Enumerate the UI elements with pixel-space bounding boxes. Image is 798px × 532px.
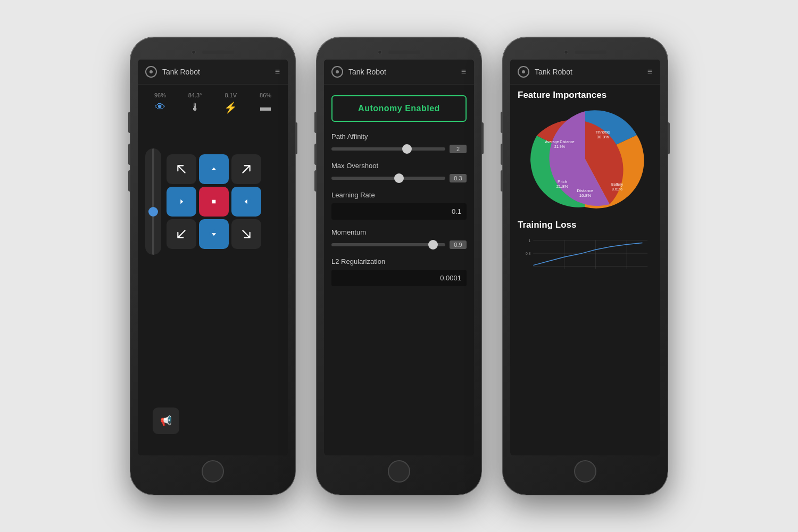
dpad-btn-ul[interactable] [167,154,196,184]
momentum-label: Momentum [331,228,467,236]
stats-row: 96% 👁 84.3° 🌡 8.1V ⚡ 86% ▬ [138,85,288,117]
home-button-3[interactable] [574,460,596,483]
alarm-button[interactable]: 📢 [153,408,179,434]
throttle-value: 30.8% [597,135,609,139]
phone-bottom-3 [574,455,596,487]
app-header-2: Tank Robot ≡ [324,60,474,85]
app-logo-1 [145,66,157,78]
app-logo-2 [331,66,343,78]
speaker-3 [575,51,606,54]
stat-val-voltage: 8.1V [225,92,237,98]
training-loss-title: Training Loss [518,220,653,230]
loss-y2: 0.8 [526,252,531,255]
pie-chart: Throttle 30.8% Average Distance 21.9% Pi… [524,106,646,212]
screen-2: Tank Robot ≡ Autonomy Enabled Path Affin… [324,60,474,455]
throttle-label: Throttle [595,130,610,135]
dpad-btn-stop[interactable] [199,187,229,217]
setting-path-affinity: Path Affinity 2 [331,132,467,153]
setting-max-overshoot: Max Overshoot 0.3 [331,162,467,182]
pie-chart-container: Throttle 30.8% Average Distance 21.9% Pi… [518,106,653,212]
autonomy-enabled-button[interactable]: Autonomy Enabled [331,95,467,122]
max-overshoot-label: Max Overshoot [331,162,467,170]
path-affinity-label: Path Affinity [331,132,467,140]
menu-icon-3[interactable]: ≡ [647,67,653,77]
analytics-area: Feature Importances Throttle [510,85,660,455]
menu-icon-2[interactable]: ≡ [461,67,467,77]
learning-rate-label: Learning Rate [331,191,467,199]
battery-icon: ▬ [260,101,271,113]
max-overshoot-slider[interactable] [331,177,445,180]
stat-battery: 86% ▬ [260,92,271,114]
slider-track [152,148,154,255]
phone-1: Tank Robot ≡ 96% 👁 84.3° 🌡 8.1V ⚡ 86% ▬ [130,37,295,495]
stat-voltage: 8.1V ⚡ [224,92,237,114]
speed-slider[interactable] [145,148,161,255]
menu-icon-1[interactable]: ≡ [275,67,280,77]
phone-3: Tank Robot ≡ Feature Importances [503,37,668,495]
camera-3 [564,50,568,54]
dpad-btn-left[interactable] [167,187,196,217]
temp-icon: 🌡 [190,101,201,113]
app-title-1: Tank Robot [162,68,270,76]
loss-chart-svg: 1 0.8 [518,235,653,277]
distance-value: 16.8% [579,193,592,198]
app-logo-3 [518,66,529,78]
home-button-1[interactable] [202,460,224,483]
avg-dist-value: 21.9% [554,145,565,148]
path-affinity-slider[interactable] [331,147,445,151]
pitch-label: Pitch [558,179,567,184]
speaker-2 [388,51,420,54]
stat-val-battery: 86% [260,92,271,98]
settings-area: Path Affinity 2 Max Overshoot 0.3 [324,127,474,455]
max-overshoot-slider-row: 0.3 [331,174,467,182]
slider-thumb [148,207,158,217]
dpad-btn-ur[interactable] [231,154,261,184]
l2-reg-input[interactable] [331,270,467,286]
eye-icon: 👁 [155,101,165,113]
path-affinity-value: 2 [450,145,467,153]
dpad-btn-up[interactable] [199,154,229,184]
stat-temp: 84.3° 🌡 [188,92,202,114]
dpad-btn-right[interactable] [231,187,261,217]
camera-2 [378,50,382,54]
stat-vision: 96% 👁 [154,92,166,114]
dpad-grid [167,154,261,249]
setting-momentum: Momentum 0.9 [331,228,467,249]
dpad-btn-dl[interactable] [167,219,196,249]
momentum-slider-row: 0.9 [331,240,467,249]
app-header-1: Tank Robot ≡ [138,60,288,85]
battery-label: Battery [611,182,624,187]
speaker-1 [202,51,234,54]
distance-label: Distance [577,188,594,193]
path-affinity-slider-row: 2 [331,145,467,153]
phone-bottom-1 [202,455,224,487]
phone-top-bar-2 [324,45,474,60]
svg-rect-3 [212,200,216,204]
camera-1 [192,50,196,54]
feature-importances-title: Feature Importances [518,90,653,101]
l2-reg-label: L2 Regularization [331,257,467,265]
phone-bottom-2 [388,455,410,487]
stat-val-temp: 84.3° [188,92,202,98]
phone-top-bar-3 [510,45,660,60]
app-title-2: Tank Robot [348,68,456,76]
phone-2: Tank Robot ≡ Autonomy Enabled Path Affin… [317,37,481,495]
screen-3: Tank Robot ≡ Feature Importances [510,60,660,455]
bolt-icon: ⚡ [224,101,237,114]
home-button-2[interactable] [388,460,410,483]
control-area [138,117,288,286]
momentum-slider[interactable] [331,243,445,246]
dpad-btn-down[interactable] [199,219,229,249]
app-title-3: Tank Robot [535,68,642,76]
screen-1: Tank Robot ≡ 96% 👁 84.3° 🌡 8.1V ⚡ 86% ▬ [138,60,288,455]
app-header-3: Tank Robot ≡ [510,60,660,85]
setting-learning-rate: Learning Rate [331,191,467,220]
phone-top-bar-1 [138,45,288,60]
loss-y1: 1 [529,239,531,243]
max-overshoot-value: 0.3 [450,174,467,182]
avg-dist-label: Average Distance [545,140,574,144]
pitch-value: 21.8% [556,184,569,189]
dpad-btn-dr[interactable] [231,219,261,249]
learning-rate-input[interactable] [331,203,467,220]
stat-val-vision: 96% [154,92,166,98]
